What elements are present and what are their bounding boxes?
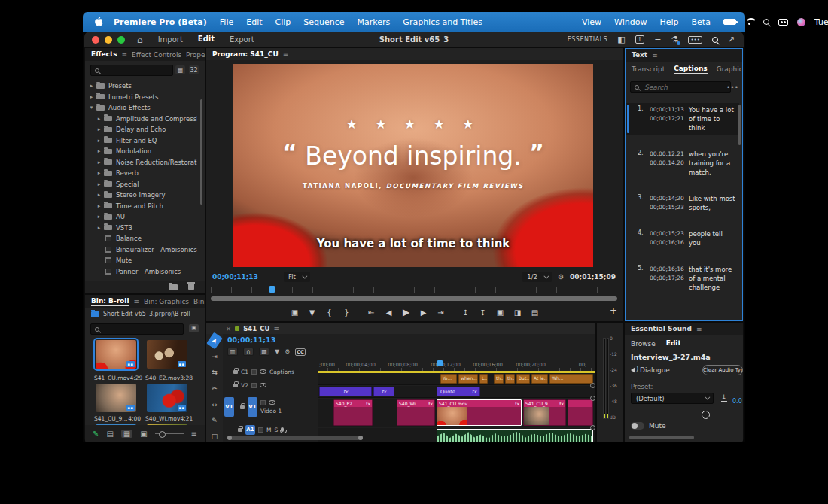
clip-name[interactable]: S41_CU_9... xyxy=(94,415,127,422)
goto-out-icon[interactable]: ⇥ xyxy=(437,308,445,317)
caption-clip[interactable]: At le... xyxy=(531,374,548,384)
menu-clip[interactable]: Clip xyxy=(275,17,291,27)
export-frame-icon[interactable]: ▣ xyxy=(497,308,504,317)
track-a1-target[interactable]: A1 xyxy=(245,425,255,435)
caption-row-selected[interactable]: 1. 00;00;11;1300;00;12;21 You have a lot… xyxy=(626,103,739,135)
nav-import[interactable]: Import xyxy=(158,35,183,44)
clip-name[interactable]: S40_WI.mov xyxy=(145,415,180,422)
selection-tool[interactable]: ➤ xyxy=(206,332,223,350)
effects-panel-menu-icon[interactable]: ≡ xyxy=(122,51,128,59)
sync-lock-icon[interactable] xyxy=(260,400,266,405)
mute-track-button[interactable]: M xyxy=(266,427,271,433)
video-clip-selected[interactable]: S41_CU.movfx xyxy=(437,399,522,426)
chat-icon[interactable]: ••• xyxy=(688,36,702,44)
step-back-icon[interactable]: ◀ xyxy=(385,308,393,317)
audio-meters[interactable]: 0 -12 -24 -36 -48 dB xyxy=(597,323,623,442)
menu-window[interactable]: Window xyxy=(614,17,647,27)
lock-icon[interactable] xyxy=(233,370,238,374)
tab-program[interactable]: Program: S41_CU xyxy=(212,50,279,58)
tree-item[interactable]: ▸Presets xyxy=(88,80,197,92)
tab-bin-broll[interactable]: Bin: B-roll xyxy=(91,297,129,306)
tree-item[interactable]: Binauralizer - Ambisonics xyxy=(88,244,197,256)
captions-options-icon[interactable]: ••• xyxy=(726,83,738,91)
caption-row[interactable]: 5. 00;00;16;1600;00;17;26 that it's more… xyxy=(626,263,739,294)
mark-out-icon[interactable]: } xyxy=(343,308,351,317)
video-clip[interactable] xyxy=(568,399,593,426)
add-marker-icon[interactable]: ▣ xyxy=(291,308,299,317)
video-clip[interactable]: S41_CU_9...fx xyxy=(523,399,566,426)
list-view-icon[interactable]: ▤ xyxy=(106,430,113,438)
track-select-tool[interactable]: ⇥ xyxy=(208,351,221,362)
linked-selection-icon[interactable]: ▩ xyxy=(259,348,269,356)
tab-sequence[interactable]: S41_CU xyxy=(243,325,269,332)
track-visibility-icon[interactable] xyxy=(269,400,275,405)
captions-search[interactable] xyxy=(630,81,731,93)
tab-edit[interactable]: Edit xyxy=(666,339,681,348)
menu-view[interactable]: View xyxy=(582,17,601,27)
tab-text[interactable]: Text xyxy=(632,51,647,59)
proxy-icon[interactable]: ▤ xyxy=(531,308,539,317)
rectangle-tool[interactable]: □ xyxy=(208,431,221,442)
automate-sequence-icon[interactable]: ≡ xyxy=(191,430,197,438)
comparison-view-icon[interactable]: ◨ xyxy=(514,308,522,317)
mute-toggle[interactable] xyxy=(631,422,644,430)
track-resize-handle[interactable] xyxy=(590,425,595,430)
caption-row[interactable]: 2. 00;00;12;2100;00;14;20 when you're tr… xyxy=(626,147,739,179)
track-visibility-icon[interactable] xyxy=(260,383,266,387)
32bit-effects-icon[interactable]: 32 xyxy=(189,65,199,74)
battery-icon[interactable] xyxy=(723,19,736,25)
tab-properties[interactable]: Propertie xyxy=(186,51,205,59)
lock-icon[interactable] xyxy=(240,405,245,409)
effects-scrollbar[interactable] xyxy=(200,99,202,205)
caption-clip[interactable]: th... xyxy=(505,374,515,384)
clear-audio-type-button[interactable]: Clear Audio Typ xyxy=(702,365,743,375)
current-timecode[interactable]: 00;00;11;13 xyxy=(212,273,258,281)
tab-transcript[interactable]: Transcript xyxy=(632,65,665,73)
bin-filter-icon[interactable]: ▣ xyxy=(189,324,199,332)
timeline-menu-icon[interactable]: ≡ xyxy=(273,325,279,332)
timeline-ruler[interactable]: ;00;00 00;00;04;00 00;00;08;00 00;00;12;… xyxy=(318,360,595,371)
caption-clip[interactable]: L... xyxy=(479,374,488,384)
control-center-icon[interactable] xyxy=(778,19,788,26)
track-visibility-icon[interactable] xyxy=(260,369,266,374)
caption-clip[interactable]: Yo... xyxy=(440,374,457,384)
pen-tool[interactable]: ✎ xyxy=(208,415,221,426)
gain-value[interactable]: 0.0 xyxy=(732,398,742,405)
tree-item[interactable]: ▾Audio Effects xyxy=(88,102,197,114)
playback-resolution-dropdown[interactable]: 1/2 xyxy=(522,272,552,282)
save-preset-icon[interactable]: ↓ xyxy=(721,394,727,402)
timeline-tracks[interactable]: ;00;00 00;00;04;00 00;00;08;00 00;00;12;… xyxy=(318,360,595,442)
menu-beta[interactable]: Beta xyxy=(692,17,711,27)
caption-clip[interactable]: Wh... xyxy=(549,374,593,384)
bin-clip-thumbnail[interactable]: ▪▪ xyxy=(96,384,136,412)
program-video[interactable]: ★ ★ ★ ★ ★ “ Beyond inspiring. ” TATIANA … xyxy=(233,64,593,267)
sync-lock-icon[interactable] xyxy=(251,369,257,375)
tree-item[interactable]: ▸Delay and Echo xyxy=(88,124,197,135)
timeline-horizontal-scrollbar[interactable] xyxy=(227,436,363,440)
essential-sound-menu-icon[interactable]: ≡ xyxy=(696,326,702,333)
track-v2[interactable]: fx fx Quotefx xyxy=(318,386,595,398)
effects-search-input[interactable] xyxy=(103,66,169,75)
tab-browse[interactable]: Browse xyxy=(631,340,656,348)
menu-app-name[interactable]: Premiere Pro (Beta) xyxy=(114,17,207,27)
tree-item[interactable]: Panner - Ambisonics xyxy=(88,266,197,278)
clip-name[interactable]: S41_CU.mov xyxy=(94,375,130,381)
workspace-icon[interactable]: ◧ xyxy=(617,35,625,44)
tree-item[interactable]: ▸Time and Pitch xyxy=(88,201,197,212)
bin-clip-thumbnail[interactable]: ▪▪ xyxy=(147,384,187,412)
audio-clip-selected[interactable] xyxy=(437,429,593,442)
marker-icon[interactable]: ▼ xyxy=(309,308,316,317)
tree-item[interactable]: Balance xyxy=(88,233,197,244)
step-forward-icon[interactable]: ▶ xyxy=(420,308,428,317)
track-v1-target[interactable]: V1 xyxy=(248,397,257,417)
new-bin-icon[interactable] xyxy=(169,284,178,290)
intensity-slider[interactable] xyxy=(652,414,730,414)
track-c1-label[interactable]: C1 xyxy=(241,369,248,375)
menu-markers[interactable]: Markers xyxy=(358,17,391,27)
tree-item[interactable]: ▸Stereo Imagery xyxy=(88,190,197,201)
menu-help[interactable]: Help xyxy=(659,17,678,27)
nav-edit[interactable]: Edit xyxy=(198,35,215,44)
tab-effects[interactable]: Effects xyxy=(91,50,117,59)
program-playhead[interactable] xyxy=(269,286,275,293)
solo-track-button[interactable]: S xyxy=(274,427,278,433)
